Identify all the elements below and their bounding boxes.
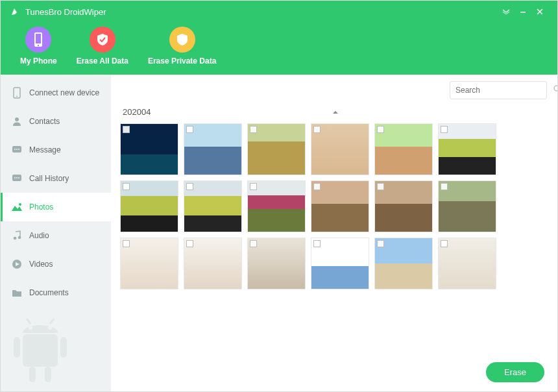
- photo-thumb[interactable]: [438, 123, 496, 175]
- photo-thumb[interactable]: [247, 238, 306, 289]
- svg-point-20: [29, 326, 32, 330]
- search-icon: [553, 84, 557, 96]
- sidebar-item-audio[interactable]: Audio: [1, 221, 111, 250]
- svg-point-13: [16, 177, 18, 178]
- collapse-icon: [332, 107, 339, 117]
- sidebar-item-documents[interactable]: Documents: [1, 278, 111, 307]
- photo-checkbox[interactable]: [186, 240, 193, 247]
- photo-thumb[interactable]: [120, 123, 178, 175]
- svg-point-17: [18, 236, 21, 239]
- erase-button[interactable]: Erase: [486, 362, 544, 382]
- sidebar-item-message[interactable]: Message: [1, 136, 111, 164]
- menu-button[interactable]: [498, 6, 515, 18]
- tab-erase-all[interactable]: Erase All Data: [77, 27, 128, 66]
- main-panel: 202004 Erase: [111, 75, 557, 391]
- photo-checkbox[interactable]: [123, 240, 130, 247]
- sidebar-item-connect[interactable]: Connect new device: [1, 79, 111, 107]
- svg-rect-23: [60, 337, 67, 358]
- tab-my-phone[interactable]: My Phone: [20, 27, 57, 66]
- svg-point-15: [19, 203, 21, 206]
- photo-checkbox[interactable]: [186, 126, 193, 133]
- photo-thumb[interactable]: [374, 180, 433, 232]
- svg-point-9: [16, 149, 18, 150]
- minimize-button[interactable]: [515, 6, 531, 18]
- svg-point-28: [554, 86, 557, 91]
- photo-checkbox[interactable]: [441, 240, 448, 247]
- photo-checkbox[interactable]: [250, 126, 257, 133]
- main-tabs: My Phone Erase All Data Erase Private Da…: [1, 23, 557, 75]
- photo-thumb[interactable]: [247, 123, 306, 175]
- svg-point-14: [18, 177, 19, 178]
- sidebar-item-contacts[interactable]: Contacts: [1, 107, 111, 136]
- photo-checkbox[interactable]: [377, 126, 384, 133]
- group-label: 202004: [123, 107, 151, 117]
- sidebar-item-label: Documents: [29, 288, 69, 297]
- svg-point-16: [14, 237, 17, 240]
- photo-checkbox[interactable]: [250, 240, 257, 247]
- titlebar: TunesBro DroidWiper: [1, 1, 557, 23]
- svg-line-26: [27, 319, 30, 324]
- sidebar-item-photos[interactable]: Photos: [1, 193, 111, 221]
- sidebar-item-label: Audio: [29, 231, 49, 240]
- tab-label: My Phone: [20, 56, 57, 66]
- photo-checkbox[interactable]: [123, 183, 130, 190]
- photo-thumb[interactable]: [311, 180, 369, 232]
- sidebar-item-videos[interactable]: Videos: [1, 250, 111, 278]
- photo-checkbox[interactable]: [313, 183, 321, 190]
- svg-rect-0: [520, 12, 526, 13]
- photo-thumb[interactable]: [120, 180, 178, 232]
- photo-checkbox[interactable]: [250, 183, 257, 190]
- sidebar-item-label: Contacts: [29, 117, 60, 126]
- svg-point-3: [38, 45, 39, 46]
- svg-point-8: [14, 149, 16, 150]
- svg-rect-24: [29, 367, 36, 382]
- search-input[interactable]: [455, 86, 553, 95]
- group-header[interactable]: 202004: [111, 103, 557, 123]
- photo-thumb[interactable]: [438, 238, 496, 289]
- photo-thumb[interactable]: [438, 180, 496, 232]
- photo-thumb[interactable]: [247, 180, 306, 232]
- photo-thumb[interactable]: [311, 238, 369, 289]
- svg-point-6: [15, 117, 19, 121]
- photo-checkbox[interactable]: [377, 240, 384, 247]
- photo-checkbox[interactable]: [441, 183, 448, 190]
- app-logo-icon: [10, 6, 20, 17]
- photo-thumb[interactable]: [374, 123, 433, 175]
- close-button[interactable]: [531, 6, 548, 18]
- search-box[interactable]: [450, 81, 547, 99]
- svg-rect-19: [23, 334, 58, 367]
- sidebar-item-label: Videos: [29, 260, 53, 269]
- app-title: TunesBro DroidWiper: [25, 7, 106, 17]
- svg-point-12: [14, 177, 16, 178]
- photo-thumb[interactable]: [184, 238, 242, 289]
- video-icon: [11, 258, 23, 270]
- sidebar: Connect new device Contacts Message Call…: [1, 75, 111, 391]
- sidebar-item-callhistory[interactable]: Call History: [1, 164, 111, 193]
- photo-thumb[interactable]: [374, 238, 433, 289]
- sidebar-item-label: Message: [29, 145, 61, 154]
- svg-rect-25: [45, 367, 51, 382]
- photo-checkbox[interactable]: [186, 183, 193, 190]
- photo-checkbox[interactable]: [313, 240, 321, 247]
- photo-thumb[interactable]: [120, 238, 178, 289]
- svg-line-27: [50, 319, 54, 324]
- sidebar-item-label: Connect new device: [29, 88, 99, 97]
- photo-checkbox[interactable]: [377, 183, 384, 190]
- device-icon: [11, 87, 23, 99]
- photo-checkbox[interactable]: [441, 126, 448, 133]
- message-icon: [11, 144, 23, 156]
- sidebar-item-label: Call History: [29, 174, 69, 183]
- tab-erase-private[interactable]: Erase Private Data: [148, 27, 216, 66]
- audio-icon: [11, 230, 23, 241]
- tab-label: Erase All Data: [77, 56, 128, 66]
- photo-checkbox[interactable]: [123, 126, 130, 133]
- callhist-icon: [11, 173, 23, 184]
- svg-point-5: [16, 96, 18, 97]
- photo-thumb[interactable]: [184, 180, 242, 232]
- svg-point-21: [48, 326, 52, 330]
- photo-thumb[interactable]: [184, 123, 242, 175]
- photo-checkbox[interactable]: [313, 126, 321, 133]
- photo-thumb[interactable]: [311, 123, 369, 175]
- svg-rect-22: [14, 337, 20, 358]
- tab-label: Erase Private Data: [148, 56, 216, 66]
